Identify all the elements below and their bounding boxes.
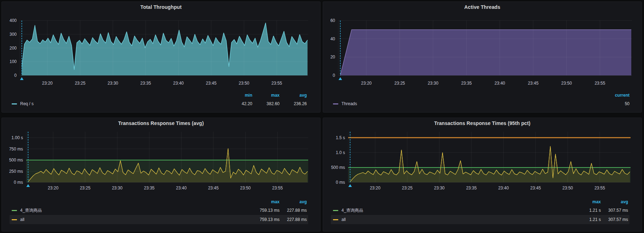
legend-header-row: maxavg [331,198,629,206]
legend-header-row: minmaxavg [10,91,308,99]
legend-series-row: 4_查询商品1.21 s307.57 ms [331,206,629,215]
panel-active-threads: Active Threads 020406023:2023:2523:3023:… [323,1,642,113]
y-tick-label: 300 [10,32,17,37]
legend-stat-value: 50 [596,101,629,106]
annotation-marker-icon [20,77,24,80]
legend-series-row: 4_查询商品759.13 ms227.88 ms [10,206,308,215]
annotation-marker-icon [348,184,352,187]
legend-stat-header-avg[interactable]: avg [280,93,307,98]
legend-series-name: 4_查询商品 [20,208,42,214]
legend-series-name: all [20,217,24,222]
legend-stat-value: 1.21 s [574,208,601,213]
legend-stat-value: 307.57 ms [601,208,628,213]
x-tick-label: 23:40 [494,81,505,86]
y-tick-label: 100 [10,59,17,64]
x-tick-label: 23:45 [206,81,217,86]
legend-stat-header-max[interactable]: max [252,93,280,98]
legend: maxavg4_查询商品759.13 ms227.88 msall759.13 … [10,198,308,224]
legend-series-toggle[interactable]: 4_查询商品 [12,208,252,214]
x-tick-label: 23:20 [370,186,380,191]
legend-stat-header-current[interactable]: current [596,93,629,98]
series-color-dash-icon [12,210,17,211]
legend-series-row: Req / s42.20382.60236.26 [10,99,308,108]
y-tick-label: 200 [10,46,17,51]
x-tick-label: 23:25 [402,186,413,191]
panel-response-times-avg: Transactions Response Times (avg) 0 ms25… [1,118,321,232]
chart-plot-area[interactable]: 010020030040023:2023:2523:3023:3523:4023… [2,2,320,90]
series-color-dash-icon [333,210,338,211]
legend-series-row: all1.21 s307.57 ms [331,215,629,224]
legend-stat-header-max[interactable]: max [574,199,601,204]
panel-total-throughput: Total Throughput 010020030040023:2023:25… [1,1,321,113]
x-tick-label: 23:45 [208,186,219,191]
legend-stat-value: 1.21 s [574,217,601,222]
x-tick-label: 23:35 [466,186,477,191]
y-tick-label: 60 [330,18,335,23]
legend-series-row: Threads50 [331,99,631,108]
annotation-marker-icon [339,77,342,80]
y-tick-label: 0 [14,73,17,78]
y-tick-label: 0 ms [336,180,345,185]
legend-stat-header-min[interactable]: min [225,93,252,98]
x-tick-label: 23:25 [80,186,91,191]
x-tick-label: 23:50 [562,186,573,191]
dashboard: Total Throughput 010020030040023:2023:25… [0,0,644,233]
panel-response-times-95pct: Transactions Response Times (95th pct) 0… [323,118,642,232]
x-tick-label: 23:30 [108,81,118,86]
legend-header-row: current [331,91,631,99]
y-tick-label: 750 ms [9,147,23,152]
x-tick-label: 23:35 [140,81,151,86]
series-color-dash-icon [12,103,17,104]
legend-stat-value: 759.13 ms [252,217,280,222]
legend-series-toggle[interactable]: all [333,217,574,222]
chart-plot-area[interactable]: 0 ms500 ms1.0 s1.5 s23:2023:2523:3023:35… [323,118,642,193]
legend-series-toggle[interactable]: all [12,217,252,222]
y-tick-label: 20 [330,55,335,59]
legend-stat-value: 759.13 ms [252,208,280,213]
legend-stat-header-avg[interactable]: avg [601,199,628,204]
legend: currentThreads50 [331,91,631,108]
legend-series-toggle[interactable]: 4_查询商品 [333,208,574,214]
y-tick-label: 40 [330,36,335,41]
x-tick-label: 23:50 [240,186,251,191]
legend-stat-value: 227.88 ms [280,208,307,213]
x-tick-label: 23:30 [428,81,438,86]
y-tick-label: 0 [333,73,335,78]
x-tick-label: 23:40 [176,186,186,191]
x-tick-label: 23:20 [42,81,53,86]
legend-series-toggle[interactable]: Req / s [12,101,225,106]
chart-plot-area[interactable]: 020406023:2023:2523:3023:3523:4023:4523:… [323,2,642,90]
x-tick-label: 23:50 [238,81,249,86]
x-tick-label: 23:25 [395,81,405,86]
legend-series-name: 4_查询商品 [341,208,363,214]
x-tick-label: 23:55 [271,81,282,86]
x-tick-label: 23:55 [594,186,605,191]
legend-stat-header-max[interactable]: max [252,199,280,204]
legend-series-row: all759.13 ms227.88 ms [10,215,308,224]
series-area-fill [22,23,308,75]
chart-plot-area[interactable]: 0 ms250 ms500 ms750 ms1.00 s23:2023:2523… [2,118,320,193]
x-tick-label: 23:30 [434,186,445,191]
x-tick-label: 23:55 [272,186,283,191]
x-tick-label: 23:35 [144,186,155,191]
legend-series-toggle[interactable]: Threads [333,101,596,106]
y-tick-label: 0 ms [14,180,23,185]
series-color-dash-icon [333,103,338,104]
x-tick-label: 23:30 [112,186,122,191]
legend-stat-value: 227.88 ms [280,217,307,222]
y-tick-label: 250 ms [9,169,23,174]
y-tick-label: 1.5 s [336,135,345,140]
series-area-fill [340,30,631,75]
x-tick-label: 23:55 [594,81,605,86]
legend: minmaxavgReq / s42.20382.60236.26 [10,91,308,108]
annotation-marker-icon [26,184,30,187]
legend-stat-value: 42.20 [225,101,252,106]
x-tick-label: 23:45 [528,81,539,86]
y-tick-label: 400 [10,18,17,23]
threshold-region [348,167,631,182]
x-tick-label: 23:40 [498,186,509,191]
x-tick-label: 23:35 [461,81,472,86]
series-color-dash-icon [333,219,338,220]
legend-stat-header-avg[interactable]: avg [280,199,307,204]
y-tick-label: 500 ms [9,158,23,163]
